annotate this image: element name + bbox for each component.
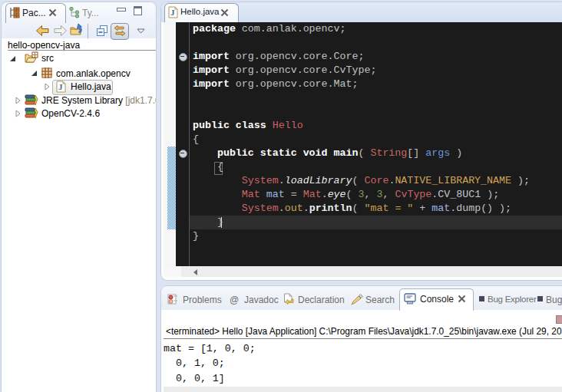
svg-text:J: J: [170, 8, 175, 17]
svg-text:J: J: [58, 82, 63, 91]
